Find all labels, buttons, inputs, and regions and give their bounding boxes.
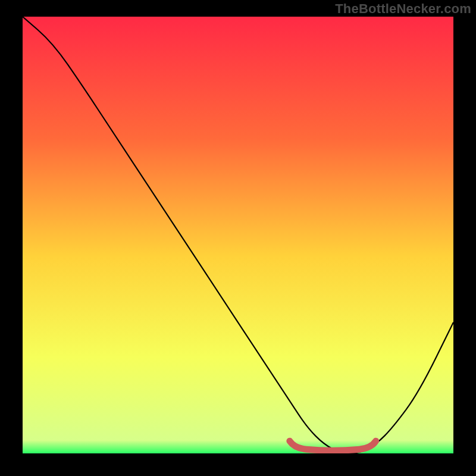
bottleneck-chart [23,17,453,453]
watermark-label: TheBottleNecker.com [335,1,471,17]
plot-frame [23,17,453,453]
chart-container: TheBottleNecker.com [0,0,476,476]
gradient-background [23,17,453,453]
